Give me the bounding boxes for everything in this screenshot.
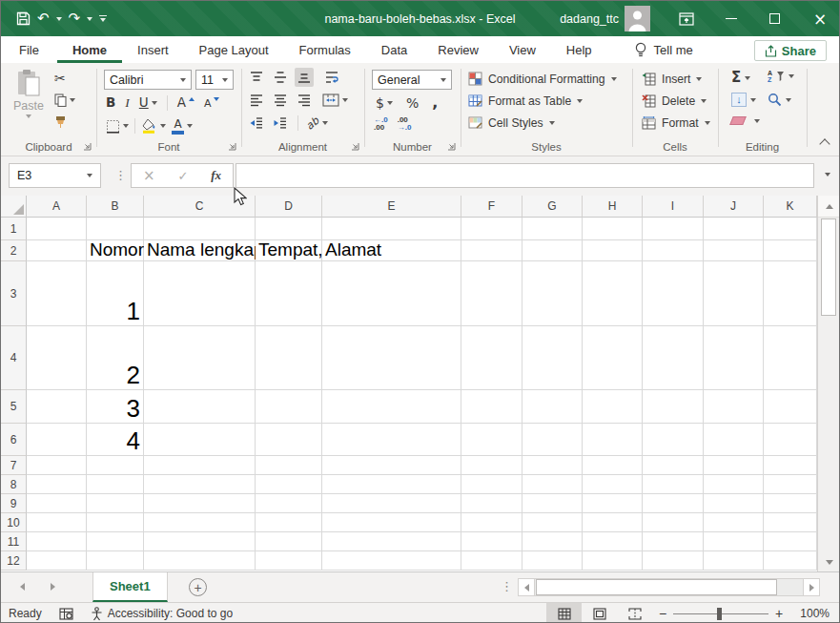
cell-K7[interactable] [764, 456, 817, 475]
cell-H2[interactable] [583, 240, 643, 261]
cut-icon[interactable]: ✂ [54, 72, 75, 85]
merge-center-button[interactable] [322, 93, 348, 107]
column-header-E[interactable]: E [322, 196, 461, 218]
previous-sheet-button[interactable] [20, 583, 25, 591]
cell-G4[interactable] [522, 326, 583, 390]
cell-C5[interactable] [144, 390, 256, 424]
cell-K1[interactable] [764, 218, 817, 240]
next-sheet-button[interactable] [51, 583, 55, 591]
tell-me-button[interactable]: Tell me [634, 36, 693, 63]
cell-J5[interactable] [704, 390, 764, 424]
cell-H8[interactable] [583, 475, 643, 494]
cell-G8[interactable] [522, 475, 583, 494]
cell-K8[interactable] [764, 475, 817, 494]
tab-home[interactable]: Home [57, 36, 122, 63]
align-right-button[interactable] [295, 91, 314, 110]
column-header-K[interactable]: K [764, 196, 817, 218]
view-page-break-button[interactable] [617, 603, 652, 623]
share-button[interactable]: Share [754, 40, 827, 61]
cell-K6[interactable] [764, 424, 817, 456]
font-color-button[interactable]: A [172, 118, 193, 135]
cell-I5[interactable] [643, 390, 704, 424]
cell-G11[interactable] [522, 532, 583, 551]
expand-formula-bar-icon[interactable] [825, 173, 830, 177]
cell-I4[interactable] [643, 326, 704, 390]
underline-button[interactable]: U [139, 96, 157, 110]
format-cells-button[interactable]: Format [642, 113, 710, 133]
name-box[interactable]: E3 [9, 163, 101, 188]
row-header-6[interactable]: 6 [1, 424, 27, 456]
cell-K5[interactable] [764, 390, 817, 424]
cell-H9[interactable] [583, 494, 643, 513]
cell-E9[interactable] [322, 494, 461, 513]
cell-J3[interactable] [704, 261, 764, 326]
decrease-indent-button[interactable] [247, 114, 266, 133]
cell-D3[interactable] [256, 261, 322, 326]
scroll-down-button[interactable] [818, 553, 840, 571]
cell-B9[interactable] [87, 494, 144, 513]
cell-C9[interactable] [144, 494, 256, 513]
cell-A4[interactable] [27, 326, 87, 390]
zoom-slider[interactable] [673, 603, 768, 623]
cell-styles-button[interactable]: Cell Styles [468, 113, 555, 133]
cell-H5[interactable] [583, 390, 643, 424]
cell-F1[interactable] [461, 218, 522, 240]
grow-font-button[interactable]: A [177, 96, 195, 110]
cell-A2[interactable] [27, 240, 87, 261]
align-bottom-button[interactable] [295, 68, 314, 87]
column-header-B[interactable]: B [87, 196, 144, 218]
row-header-8[interactable]: 8 [1, 475, 27, 494]
cell-E5[interactable] [322, 390, 461, 424]
cell-D5[interactable] [256, 390, 322, 424]
cell-F7[interactable] [461, 456, 522, 475]
cell-I7[interactable] [643, 456, 704, 475]
view-normal-button[interactable] [546, 603, 582, 623]
formula-input[interactable] [236, 163, 814, 188]
tab-formulas[interactable]: Formulas [284, 36, 366, 63]
new-sheet-button[interactable]: + [189, 578, 207, 596]
cell-A7[interactable] [27, 456, 87, 475]
collapse-ribbon-icon[interactable] [819, 138, 830, 149]
clipboard-dialog-launcher-icon[interactable] [83, 142, 92, 151]
cell-E3[interactable] [322, 261, 461, 326]
cell-I11[interactable] [643, 532, 704, 551]
cell-A10[interactable] [27, 513, 87, 532]
cell-D10[interactable] [256, 513, 322, 532]
cell-C4[interactable] [144, 326, 256, 390]
align-middle-button[interactable] [271, 68, 290, 87]
cell-H6[interactable] [583, 424, 643, 456]
orientation-button[interactable]: ab [306, 118, 328, 129]
number-dialog-launcher-icon[interactable] [447, 142, 456, 151]
align-center-button[interactable] [271, 91, 290, 110]
cell-H7[interactable] [583, 456, 643, 475]
accounting-format-button[interactable]: $ [376, 96, 393, 110]
cell-C6[interactable] [144, 424, 256, 456]
cell-J10[interactable] [704, 513, 764, 532]
cell-E10[interactable] [322, 513, 461, 532]
user-name[interactable]: dadang_ttc [560, 1, 619, 36]
sort-filter-button[interactable]: A Z [768, 70, 794, 83]
cell-D4[interactable] [256, 326, 322, 390]
formula-bar-splitter[interactable]: ⋮ [114, 168, 127, 182]
italic-button[interactable]: I [125, 96, 130, 110]
decrease-decimal-button[interactable]: .00 →.0 [398, 116, 412, 133]
cell-D9[interactable] [256, 494, 322, 513]
cell-C2[interactable]: Nama lengkap [144, 240, 256, 261]
row-header-2[interactable]: 2 [1, 240, 27, 261]
cell-E4[interactable] [322, 326, 461, 390]
cell-F4[interactable] [461, 326, 522, 390]
fill-button[interactable]: ↓ [731, 93, 756, 107]
zoom-in-button[interactable]: + [768, 606, 789, 621]
cell-K3[interactable] [764, 261, 817, 326]
tab-page-layout[interactable]: Page Layout [184, 36, 284, 63]
increase-decimal-button[interactable]: ←.0 .00 [374, 116, 388, 133]
zoom-level[interactable]: 100% [789, 607, 833, 620]
cell-C3[interactable] [144, 261, 256, 326]
cell-C7[interactable] [144, 456, 256, 475]
cell-B10[interactable] [87, 513, 144, 532]
view-page-layout-button[interactable] [582, 603, 617, 623]
column-header-I[interactable]: I [643, 196, 704, 218]
column-header-J[interactable]: J [704, 196, 764, 218]
cell-K2[interactable] [764, 240, 817, 261]
font-name-combo[interactable]: Calibri [104, 70, 192, 90]
